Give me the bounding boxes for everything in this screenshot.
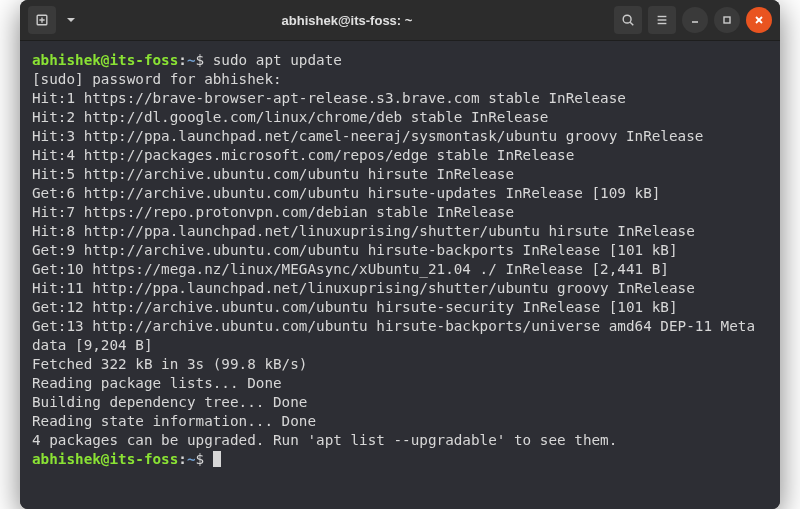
terminal-window: abhishek@its-foss: ~ abhishe	[20, 0, 780, 509]
svg-rect-9	[724, 17, 730, 23]
command-line: abhishek@its-foss:~$ sudo apt update	[32, 51, 768, 70]
output-line: Reading package lists... Done	[32, 374, 768, 393]
search-button[interactable]	[614, 6, 642, 34]
output-line: Get:6 http://archive.ubuntu.com/ubuntu h…	[32, 184, 768, 203]
titlebar-right	[614, 6, 772, 34]
svg-point-3	[623, 15, 631, 23]
output-line: Building dependency tree... Done	[32, 393, 768, 412]
minimize-button[interactable]	[682, 7, 708, 33]
output-line: Get:9 http://archive.ubuntu.com/ubuntu h…	[32, 241, 768, 260]
prompt-symbol: $	[196, 52, 213, 68]
output-line: Hit:4 http://packages.microsoft.com/repo…	[32, 146, 768, 165]
output-line: [sudo] password for abhishek:	[32, 70, 768, 89]
cursor	[213, 451, 221, 467]
output-line: Get:13 http://archive.ubuntu.com/ubuntu …	[32, 317, 768, 336]
titlebar: abhishek@its-foss: ~	[20, 0, 780, 41]
titlebar-left	[28, 6, 80, 34]
window-title: abhishek@its-foss: ~	[86, 13, 608, 28]
menu-button[interactable]	[648, 6, 676, 34]
prompt-path: ~	[187, 52, 196, 68]
maximize-button[interactable]	[714, 7, 740, 33]
output-line: 4 packages can be upgraded. Run 'apt lis…	[32, 431, 768, 450]
prompt-colon: :	[178, 451, 187, 467]
output-line: Hit:2 http://dl.google.com/linux/chrome/…	[32, 108, 768, 127]
svg-line-4	[630, 22, 633, 25]
output-line: data [9,204 B]	[32, 336, 768, 355]
output-line: Hit:7 https://repo.protonvpn.com/debian …	[32, 203, 768, 222]
output-line: Get:12 http://archive.ubuntu.com/ubuntu …	[32, 298, 768, 317]
prompt-userhost: abhishek@its-foss	[32, 52, 178, 68]
prompt-userhost: abhishek@its-foss	[32, 451, 178, 467]
new-tab-dropdown[interactable]	[62, 6, 80, 34]
new-tab-button[interactable]	[28, 6, 56, 34]
terminal-body[interactable]: abhishek@its-foss:~$ sudo apt update[sud…	[20, 41, 780, 509]
prompt-line: abhishek@its-foss:~$	[32, 450, 768, 469]
output-line: Hit:1 https://brave-browser-apt-release.…	[32, 89, 768, 108]
prompt-colon: :	[178, 52, 187, 68]
prompt-path: ~	[187, 451, 196, 467]
output-line: Hit:5 http://archive.ubuntu.com/ubuntu h…	[32, 165, 768, 184]
output-line: Get:10 https://mega.nz/linux/MEGAsync/xU…	[32, 260, 768, 279]
prompt-symbol: $	[196, 451, 213, 467]
output-line: Reading state information... Done	[32, 412, 768, 431]
output-line: Hit:11 http://ppa.launchpad.net/linuxupr…	[32, 279, 768, 298]
output-line: Hit:8 http://ppa.launchpad.net/linuxupri…	[32, 222, 768, 241]
output-line: Hit:3 http://ppa.launchpad.net/camel-nee…	[32, 127, 768, 146]
output-line: Fetched 322 kB in 3s (99.8 kB/s)	[32, 355, 768, 374]
close-button[interactable]	[746, 7, 772, 33]
command-text: sudo apt update	[213, 52, 342, 68]
